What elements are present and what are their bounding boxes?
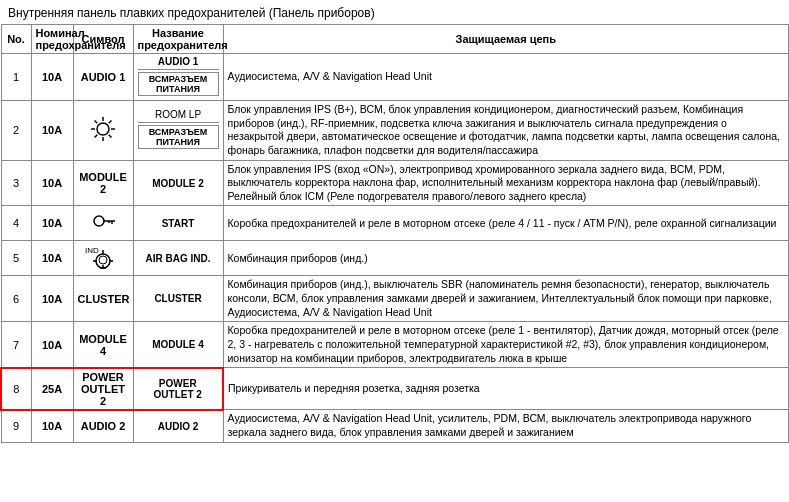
svg-point-18: [99, 256, 107, 264]
page-title: Внутренняя панель плавких предохранителе…: [0, 0, 789, 24]
cell-symbol: CLUSTER: [73, 276, 133, 322]
cell-circuit: Коробка предохранителей и реле в моторно…: [223, 322, 789, 368]
col-header-rating: Номинал предохранителя: [31, 25, 73, 54]
cell-fuse-name: START: [133, 206, 223, 241]
cell-no: 3: [1, 160, 31, 206]
cell-no: 2: [1, 101, 31, 161]
cell-symbol: [73, 101, 133, 161]
svg-line-6: [109, 135, 112, 138]
cell-circuit: Прикуриватель и передняя розетка, задняя…: [223, 368, 789, 410]
cell-fuse-name: MODULE 4: [133, 322, 223, 368]
table-row: 910AAUDIO 2AUDIO 2Аудиосистема, A/V & Na…: [1, 410, 789, 442]
cell-rating: 10A: [31, 241, 73, 276]
cell-no: 9: [1, 410, 31, 442]
cell-symbol: POWEROUTLET 2: [73, 368, 133, 410]
cell-fuse-name: CLUSTER: [133, 276, 223, 322]
cell-rating: 10A: [31, 410, 73, 442]
svg-text:IND: IND: [85, 246, 99, 255]
cell-no: 7: [1, 322, 31, 368]
cell-no: 1: [1, 54, 31, 101]
cell-symbol: AUDIO 2: [73, 410, 133, 442]
table-row: 610ACLUSTERCLUSTERКомбинация приборов (и…: [1, 276, 789, 322]
cell-fuse-name: ROOM LPВСМРАЗЪЕМПИТАНИЯ: [133, 101, 223, 161]
table-row: 310AMODULE2MODULE 2Блок управления IPS (…: [1, 160, 789, 206]
cell-circuit: Аудиосистема, A/V & Navigation Head Unit: [223, 54, 789, 101]
cell-symbol: MODULE4: [73, 322, 133, 368]
table-row: 510A IND AIR BAG IND.Комбинация приборов…: [1, 241, 789, 276]
cell-no: 8: [1, 368, 31, 410]
table-row: 410A STARTКоробка предохранителей и реле…: [1, 206, 789, 241]
cell-symbol: AUDIO 1: [73, 54, 133, 101]
cell-circuit: Аудиосистема, A/V & Navigation Head Unit…: [223, 410, 789, 442]
cell-fuse-name: AUDIO 1ВСМРАЗЪЕМПИТАНИЯ: [133, 54, 223, 101]
table-row: 825APOWEROUTLET 2POWEROUTLET 2Прикуриват…: [1, 368, 789, 410]
cell-circuit: Комбинация приборов (инд.): [223, 241, 789, 276]
cell-fuse-name: MODULE 2: [133, 160, 223, 206]
cell-rating: 25A: [31, 368, 73, 410]
col-header-no: No.: [1, 25, 31, 54]
col-header-name: Название предохранителя: [133, 25, 223, 54]
cell-rating: 10A: [31, 160, 73, 206]
cell-circuit: Блок управления IPS (вход «ON»), электро…: [223, 160, 789, 206]
cell-symbol: [73, 206, 133, 241]
svg-line-8: [95, 135, 98, 138]
svg-point-9: [94, 216, 104, 226]
cell-fuse-name: AIR BAG IND.: [133, 241, 223, 276]
table-row: 210A ROOM LPВСМРАЗЪЕМПИТАНИЯБлок управле…: [1, 101, 789, 161]
table-row: 710AMODULE4MODULE 4Коробка предохранител…: [1, 322, 789, 368]
cell-rating: 10A: [31, 54, 73, 101]
svg-line-5: [95, 121, 98, 124]
col-header-circuit: Защищаемая цепь: [223, 25, 789, 54]
cell-circuit: Коробка предохранителей и реле в моторно…: [223, 206, 789, 241]
svg-point-0: [97, 123, 109, 135]
cell-symbol: IND: [73, 241, 133, 276]
cell-fuse-name: AUDIO 2: [133, 410, 223, 442]
cell-rating: 10A: [31, 276, 73, 322]
cell-rating: 10A: [31, 101, 73, 161]
cell-symbol: MODULE2: [73, 160, 133, 206]
cell-no: 5: [1, 241, 31, 276]
cell-no: 4: [1, 206, 31, 241]
cell-rating: 10A: [31, 206, 73, 241]
cell-no: 6: [1, 276, 31, 322]
cell-fuse-name: POWEROUTLET 2: [133, 368, 223, 410]
cell-rating: 10A: [31, 322, 73, 368]
cell-circuit: Блок управления IPS (B+), ВСМ, блок упра…: [223, 101, 789, 161]
table-row: 110AAUDIO 1AUDIO 1ВСМРАЗЪЕМПИТАНИЯАудиос…: [1, 54, 789, 101]
cell-circuit: Комбинация приборов (инд.), выключатель …: [223, 276, 789, 322]
svg-line-7: [109, 121, 112, 124]
